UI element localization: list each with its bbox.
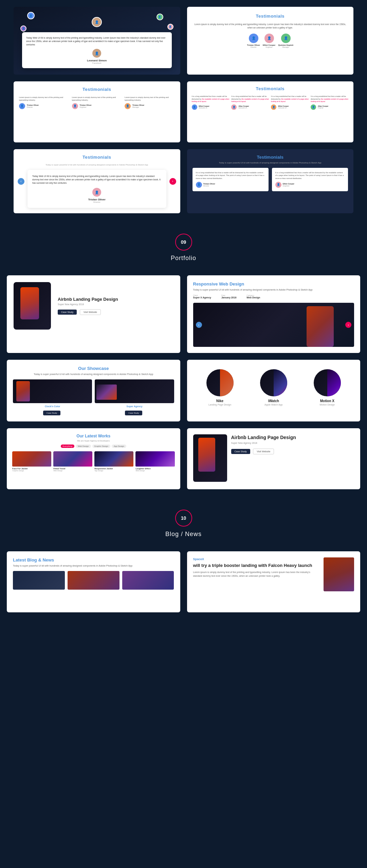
author-name-1: Tristan Oliver [247, 44, 260, 46]
center-avatar: 👤 [92, 17, 102, 27]
showcase-img-2 [95, 379, 174, 403]
blog-img-2 [68, 571, 120, 590]
blog-subtitle: Today is super powerful UI kit with hund… [13, 565, 174, 567]
airbnb-detail-card: Airbnb Landing Page Design Super New Age… [187, 428, 361, 489]
airbnb-left-card: Airbnb Landing Page Design Super New Age… [7, 275, 180, 353]
showcase-item-1: Clock'n Color Case Study [13, 379, 92, 415]
work-img-2 [53, 451, 92, 467]
author-name: Leonard Simon [87, 59, 107, 62]
slider-author: 👤 Tristan Oliver Director [32, 188, 162, 203]
authors-row-2: 👤 Tristan Oliver Director 👤 Elliot Coope… [194, 34, 347, 48]
testimonials-grid: 👤 👤 👤 👤 👤 [7, 7, 360, 227]
date-value: January 2018 [221, 296, 236, 299]
showcase-btn-1[interactable]: Case Study [43, 411, 60, 415]
motionx-name: Motion X [314, 399, 341, 403]
testimonials-section: 👤 👤 👤 👤 👤 [0, 0, 367, 227]
airbnb-detail-info: Airbnb Landing Page Design Super New Age… [231, 434, 354, 454]
showcase-btn-2[interactable]: Case Study [125, 411, 142, 415]
portfolio-section-label: 09 Portfolio [0, 234, 367, 262]
testimonial-title-2: Testimonials [194, 14, 347, 19]
airbnb-detail-subtitle: Super New Agency 2018 [231, 442, 354, 444]
spacex-content: SpaceX will try a triple booster landing… [187, 551, 361, 597]
blog-title: Latest Blog & News [13, 557, 174, 563]
author-name-3: Quinton Espinit [278, 44, 293, 46]
rwd-phone-image [193, 303, 354, 347]
detail-visit-btn[interactable]: Visit Website [253, 449, 274, 454]
showcase-name-2: Super Agency [95, 405, 174, 408]
nike-name: Nike [206, 399, 234, 403]
work-sublabel-2: Web Design [53, 470, 92, 472]
motionx-type: Motion Design [314, 403, 341, 406]
q4-1: It is a long established fact that a rea… [192, 95, 230, 110]
latest-works-subtitle: We are Super Agency & Developers [12, 440, 175, 442]
slider-prev-button[interactable]: ‹ [18, 178, 24, 185]
author-3: 👤 Quinton Espinit Manager [278, 34, 293, 48]
testimonial-title-6: Testimonials [192, 155, 348, 160]
work-sublabel-4: Web Design [135, 470, 175, 472]
motionx-image [314, 369, 341, 396]
spacex-title: will try a triple booster landing with F… [193, 563, 320, 569]
spacex-info: SpaceX will try a triple booster landing… [193, 557, 320, 578]
blog-section-title: Blog / News [165, 531, 202, 538]
q4-3: It is a long established fact that a rea… [271, 95, 309, 110]
slider-quote-text: Today Web UI Kit is simply dummy text of… [32, 175, 162, 184]
work-img-3 [94, 451, 133, 467]
author-role-1: Director [247, 46, 260, 48]
work-item-2: Fitted Travel Web Design [53, 451, 92, 472]
avatar-mr: 👤 [167, 24, 173, 30]
rwd-subtitle: Today is super powerful UI kit with hund… [193, 289, 354, 291]
work-item-3: Responsive Jacket App Design [94, 451, 133, 472]
testimonial-card-3: Testimonials Lorem ipsum is simply dummy… [14, 81, 180, 142]
airbnb-buttons: Case Study Visit Website [58, 308, 118, 315]
rwd-client: Client Super X Agency [193, 294, 211, 299]
tag-app[interactable]: App Design [112, 445, 126, 448]
slider-next-button[interactable]: › [169, 178, 176, 185]
testimonial-subtitle-6: Today is super powerful UI kit with hund… [192, 162, 348, 164]
work-sublabel-1: Graphic Design [12, 470, 51, 472]
testimonial-quote-2: Lorem ipsum is simply dummy text of the … [194, 23, 347, 29]
tag-graphic[interactable]: Graphic Design [92, 445, 110, 448]
portfolio-grid: Airbnb Landing Page Design Super New Age… [0, 275, 367, 489]
tag-web[interactable]: Web Design [76, 445, 91, 448]
showcase-subtitle: Today is super powerful UI kit with hund… [13, 373, 174, 375]
detail-case-study-btn[interactable]: Case Study [231, 449, 250, 454]
rwd-next-button[interactable]: › [345, 322, 351, 328]
q4-2: It is a long established fact that a rea… [231, 95, 269, 110]
testimonial-subtitle-5: Today is super powerful UI kit with hund… [19, 164, 175, 166]
case-study-btn[interactable]: Case Study [58, 310, 77, 315]
slider-author-name: Tristan Oliver [32, 198, 162, 201]
three-col-quotes: Lorem ipsum is simply dummy text of the … [19, 96, 175, 109]
airbnb-detail-content: Airbnb Landing Page Design Super New Age… [187, 428, 361, 488]
airbnb-detail-buttons: Case Study Visit Website [231, 448, 354, 454]
tag-everything[interactable]: Everything [61, 445, 74, 448]
blog-img-1 [13, 571, 65, 590]
client-value: Super X Agency [193, 296, 211, 299]
work-img-4 [135, 451, 175, 467]
latest-blog-card: Latest Blog & News Today is super powerf… [7, 551, 180, 612]
spacex-card: SpaceX will try a triple booster landing… [187, 551, 361, 612]
rwd-prev-button[interactable]: ‹ [196, 322, 202, 328]
iwatch-name: iWatch [260, 399, 287, 403]
quote-text: Today Web UI Kit is simply dummy text of… [26, 36, 168, 46]
circle-motionx: Motion X Motion Design [314, 369, 341, 406]
showcase-items: Clock'n Color Case Study Super Agency Ca… [13, 379, 174, 415]
slider-quote-box: Today Web UI Kit is simply dummy text of… [27, 170, 166, 208]
rwd-image-container: ‹ › [193, 303, 354, 347]
nike-image [206, 369, 234, 396]
showcase-card: Our Showcase Today is super powerful UI … [7, 360, 180, 421]
airbnb-card-content: Airbnb Landing Page Design Super New Age… [7, 275, 180, 336]
dark-two-col-quotes: It is a long established fact that a rea… [192, 168, 348, 191]
circle-iwatch: iWatch Apple Watch App [260, 369, 287, 406]
work-item-1: Face For Jacket Graphic Design [12, 451, 51, 472]
showcase-content: Our Showcase Today is super powerful UI … [7, 360, 180, 421]
airbnb-detail-title: Airbnb Landing Page Design [231, 434, 354, 440]
dark-quote-1: It is a long established fact that a rea… [192, 168, 269, 191]
author-section: 👤 Leonard Simon Facebook [26, 49, 168, 64]
spacex-text: Lorem ipsum is simply dummy text of the … [193, 571, 320, 578]
visit-website-btn[interactable]: Visit Website [80, 309, 101, 315]
author-role: Facebook [92, 62, 101, 64]
showcase-title: Our Showcase [13, 366, 174, 371]
cat-value: Web Design [246, 296, 260, 299]
airbnb-title: Airbnb Landing Page Design [58, 297, 118, 302]
author-name-2: Elliot Cooper [263, 44, 275, 46]
